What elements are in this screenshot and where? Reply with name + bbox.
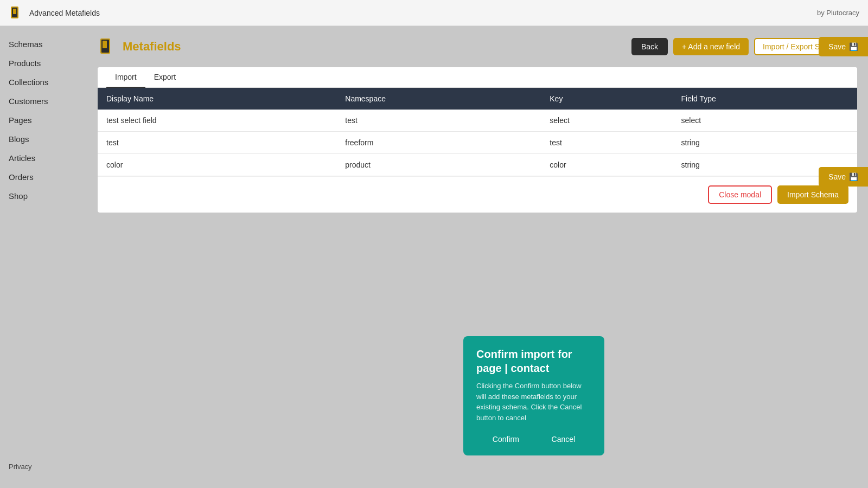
row1-key: select <box>541 110 672 132</box>
sidebar: Schemas Products Collections Customers P… <box>0 26 87 488</box>
tabs: Import Export <box>98 67 857 88</box>
col-key: Key <box>541 88 672 110</box>
app-logo-icon <box>9 5 24 21</box>
confirm-description: Clicking the Confirm button below will a… <box>476 381 591 423</box>
sidebar-item-customers[interactable]: Customers <box>0 92 87 111</box>
col-display-name: Display Name <box>98 88 336 110</box>
row2-display-name: test <box>98 132 336 154</box>
page-header: Metafields Back + Add a new field Import… <box>98 37 857 56</box>
table-body: test select field test select select tes… <box>98 110 857 176</box>
table-row: test freeform test string <box>98 132 857 154</box>
metafields-logo-icon <box>98 37 117 56</box>
app-title: Advanced Metafields <box>29 9 100 17</box>
row1-display-name: test select field <box>98 110 336 132</box>
col-field-type: Field Type <box>673 88 857 110</box>
row3-key: color <box>541 154 672 176</box>
modal-footer: Close modal Import Schema <box>98 176 857 213</box>
close-modal-button[interactable]: Close modal <box>708 185 772 204</box>
privacy-link[interactable]: Privacy <box>9 463 78 471</box>
sidebar-item-products[interactable]: Products <box>0 54 87 73</box>
schema-table: Display Name Namespace Key Field Type te… <box>98 88 857 176</box>
sidebar-item-orders[interactable]: Orders <box>0 168 87 187</box>
row1-field-type: select <box>673 110 857 132</box>
top-bar-left: Advanced Metafields <box>9 5 100 21</box>
svg-rect-3 <box>13 9 16 14</box>
row2-field-type: string <box>673 132 857 154</box>
sidebar-nav: Schemas Products Collections Customers P… <box>0 35 87 206</box>
save-icon-tr: 💾 <box>849 42 858 51</box>
sidebar-item-articles[interactable]: Articles <box>0 149 87 168</box>
confirm-actions: Confirm Cancel <box>476 432 591 447</box>
table-header: Display Name Namespace Key Field Type <box>98 88 857 110</box>
sidebar-item-blogs[interactable]: Blogs <box>0 130 87 149</box>
sidebar-footer: Privacy <box>0 463 87 479</box>
logo-block: Metafields <box>98 37 181 56</box>
import-schema-button[interactable]: Import Schema <box>777 185 848 204</box>
tab-import[interactable]: Import <box>106 67 145 88</box>
back-button[interactable]: Back <box>631 38 668 55</box>
svg-rect-7 <box>103 41 107 48</box>
table-row: test select field test select select <box>98 110 857 132</box>
tab-export[interactable]: Export <box>145 67 184 88</box>
sidebar-item-collections[interactable]: Collections <box>0 73 87 92</box>
save-icon-br: 💾 <box>849 172 858 181</box>
row3-display-name: color <box>98 154 336 176</box>
top-bar: Advanced Metafields by Plutocracy <box>0 0 868 26</box>
confirm-tooltip: Confirm import for page | contact Clicki… <box>463 336 604 455</box>
main-layout: Schemas Products Collections Customers P… <box>0 26 868 488</box>
table-row: color product color string <box>98 154 857 176</box>
add-field-button[interactable]: + Add a new field <box>673 38 749 55</box>
top-bar-by: by Plutocracy <box>817 9 859 17</box>
cancel-confirm-button[interactable]: Cancel <box>545 432 582 447</box>
sidebar-item-shop[interactable]: Shop <box>0 187 87 206</box>
content-area: Metafields Back + Add a new field Import… <box>87 26 868 488</box>
save-label-tr: Save <box>828 42 846 51</box>
col-namespace: Namespace <box>336 88 541 110</box>
page-title: Metafields <box>123 40 181 54</box>
save-label-br: Save <box>828 172 846 181</box>
row2-key: test <box>541 132 672 154</box>
save-button-top-right[interactable]: Save 💾 <box>819 37 868 56</box>
modal-panel: Import Export Display Name Namespace Key… <box>98 67 857 213</box>
confirm-title: Confirm import for page | contact <box>476 347 591 375</box>
confirm-button[interactable]: Confirm <box>486 432 526 447</box>
save-button-bottom-right[interactable]: Save 💾 <box>819 167 868 187</box>
row1-namespace: test <box>336 110 541 132</box>
row2-namespace: freeform <box>336 132 541 154</box>
sidebar-item-schemas[interactable]: Schemas <box>0 35 87 54</box>
sidebar-item-pages[interactable]: Pages <box>0 111 87 130</box>
row3-namespace: product <box>336 154 541 176</box>
